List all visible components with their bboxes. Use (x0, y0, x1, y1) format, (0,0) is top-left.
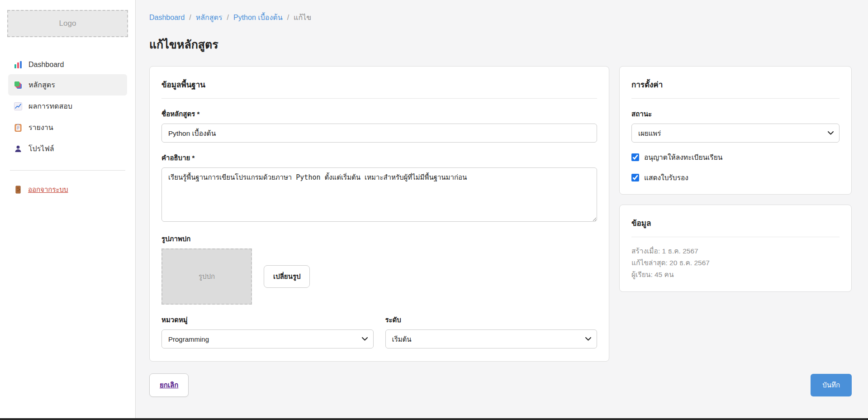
page-title: แก้ไขหลักสูตร (149, 35, 852, 53)
show-certificate-label: แสดงใบรับรอง (644, 172, 688, 183)
show-certificate-row: แสดงใบรับรอง (631, 172, 840, 183)
category-label: หมวดหมู่ (161, 315, 374, 325)
logo-placeholder: Logo (7, 10, 128, 37)
test-results-icon (14, 102, 23, 111)
status-select[interactable]: เผยแพร่ (631, 124, 840, 143)
courses-icon (14, 81, 23, 90)
sidebar-item-reports[interactable]: รายงาน (8, 117, 127, 138)
info-title: ข้อมูล (631, 217, 840, 237)
breadcrumb-link-courses[interactable]: หลักสูตร (196, 12, 223, 23)
sidebar-divider (10, 170, 125, 171)
cancel-button-label: ยกเลิก (160, 381, 178, 389)
cancel-button[interactable]: ยกเลิก (149, 373, 189, 397)
description-label: คำอธิบาย * (161, 153, 597, 163)
info-card: ข้อมูล สร้างเมื่อ: 1 ธ.ค. 2567 แก้ไขล่าส… (619, 205, 852, 292)
created-date-text: สร้างเมื่อ: 1 ธ.ค. 2567 (631, 245, 840, 257)
sidebar-item-test-results[interactable]: ผลการทดสอบ (8, 95, 127, 117)
course-name-input[interactable] (161, 124, 597, 143)
profile-icon (14, 144, 23, 153)
allow-enrollment-checkbox[interactable] (631, 153, 639, 161)
breadcrumb-separator: / (189, 14, 191, 22)
breadcrumb-separator: / (287, 14, 289, 22)
basic-info-card: ข้อมูลพื้นฐาน ชื่อหลักสูตร * คำอธิบาย * … (149, 66, 609, 362)
breadcrumb: Dashboard / หลักสูตร / Python เบื้องต้น … (149, 12, 852, 23)
cover-image-label: รูปภาพปก (161, 234, 597, 244)
change-image-button[interactable]: เปลี่ยนรูป (264, 265, 310, 288)
logout-link[interactable]: ออกจากระบบ (7, 181, 128, 198)
status-label: สถานะ (631, 109, 840, 119)
app-window: Logo Dashboard (0, 0, 868, 418)
level-select[interactable]: เริ่มต้น (385, 329, 598, 348)
student-count-text: ผู้เรียน: 45 คน (631, 269, 840, 281)
dashboard-icon (14, 60, 23, 69)
sidebar-item-courses[interactable]: หลักสูตร (8, 74, 127, 95)
level-label: ระดับ (385, 315, 598, 325)
course-name-label: ชื่อหลักสูตร * (161, 109, 597, 119)
form-actions: ยกเลิก บันทึก (149, 373, 852, 397)
sidebar: Logo Dashboard (0, 0, 136, 418)
breadcrumb-separator: / (227, 14, 229, 22)
breadcrumb-link-dashboard[interactable]: Dashboard (149, 14, 185, 22)
sidebar-nav: Dashboard หลักสูตร (7, 55, 128, 159)
sidebar-item-label: โปรไฟล์ (28, 143, 54, 154)
sidebar-item-label: Dashboard (28, 61, 64, 69)
basic-info-title: ข้อมูลพื้นฐาน (161, 78, 597, 99)
save-button[interactable]: บันทึก (811, 374, 852, 396)
sidebar-item-label: หลักสูตร (28, 79, 55, 91)
sidebar-item-label: รายงาน (28, 122, 53, 133)
breadcrumb-link-course[interactable]: Python เบื้องต้น (233, 12, 283, 23)
sidebar-item-profile[interactable]: โปรไฟล์ (8, 138, 127, 159)
cover-image-placeholder[interactable]: รูปปก (161, 248, 252, 305)
door-icon (14, 185, 23, 194)
show-certificate-checkbox[interactable] (631, 174, 639, 181)
settings-card: การตั้งค่า สถานะ เผยแพร่ (619, 66, 852, 195)
right-panel: การตั้งค่า สถานะ เผยแพร่ (619, 66, 852, 302)
main-content: Dashboard / หลักสูตร / Python เบื้องต้น … (136, 0, 868, 418)
settings-title: การตั้งค่า (631, 78, 840, 99)
logout-label: ออกจากระบบ (28, 184, 68, 195)
category-select[interactable]: Programming (161, 329, 374, 348)
allow-enrollment-label: อนุญาตให้ลงทะเบียนเรียน (644, 152, 722, 163)
sidebar-item-dashboard[interactable]: Dashboard (8, 55, 127, 74)
sidebar-item-label: ผลการทดสอบ (28, 100, 72, 112)
description-textarea[interactable]: เรียนรู้พื้นฐานการเขียนโปรแกรมด้วยภาษา P… (161, 167, 597, 222)
allow-enrollment-row: อนุญาตให้ลงทะเบียนเรียน (631, 152, 840, 163)
last-modified-text: แก้ไขล่าสุด: 20 ธ.ค. 2567 (631, 257, 840, 269)
breadcrumb-current: แก้ไข (294, 12, 311, 23)
reports-icon (14, 123, 23, 132)
window-bottom-edge (0, 418, 868, 420)
